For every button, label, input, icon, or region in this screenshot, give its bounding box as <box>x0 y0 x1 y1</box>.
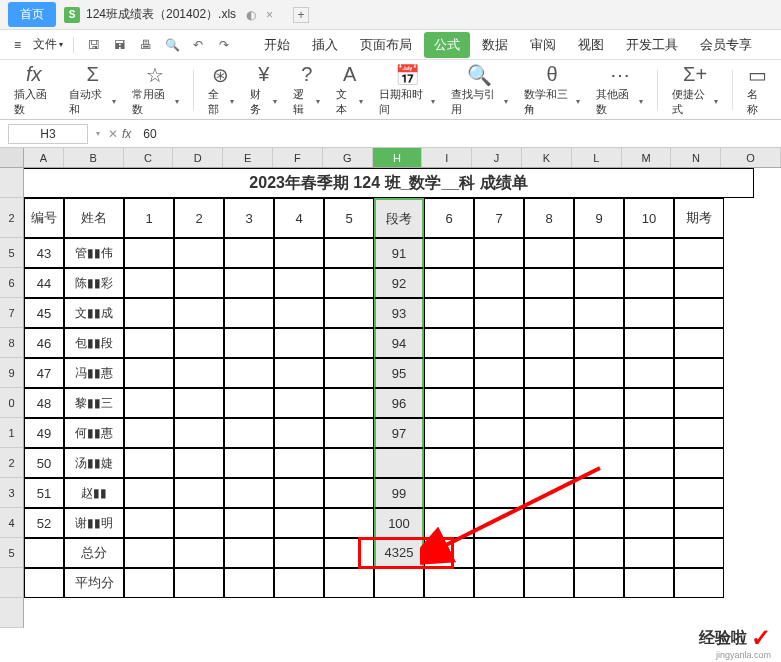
cell[interactable] <box>524 448 574 478</box>
all-functions-button[interactable]: ⊛ 全部 <box>202 61 241 119</box>
total-label-cell[interactable]: 总分 <box>64 538 124 568</box>
cell[interactable] <box>674 268 724 298</box>
header-cell[interactable]: 编号 <box>24 198 64 238</box>
tab-dev[interactable]: 开发工具 <box>616 32 688 58</box>
redo-icon[interactable]: ↷ <box>214 35 234 55</box>
header-cell[interactable]: 6 <box>424 198 474 238</box>
select-all-corner[interactable] <box>0 148 24 167</box>
cell[interactable] <box>624 478 674 508</box>
cell[interactable] <box>274 238 324 268</box>
cell[interactable] <box>374 568 424 598</box>
cell[interactable] <box>674 508 724 538</box>
insert-function-button[interactable]: fx 插入函数 <box>8 61 59 119</box>
cell[interactable] <box>224 508 274 538</box>
cell[interactable] <box>574 268 624 298</box>
cell[interactable] <box>574 568 624 598</box>
header-cell[interactable]: 4 <box>274 198 324 238</box>
cell[interactable] <box>524 568 574 598</box>
col-head-a[interactable]: A <box>24 148 64 167</box>
cell[interactable] <box>474 418 524 448</box>
cell[interactable] <box>274 388 324 418</box>
header-cell[interactable]: 姓名 <box>64 198 124 238</box>
cell[interactable] <box>274 418 324 448</box>
col-head-i[interactable]: I <box>422 148 472 167</box>
cell[interactable] <box>624 508 674 538</box>
tab-data[interactable]: 数据 <box>472 32 518 58</box>
cell[interactable] <box>424 328 474 358</box>
cell[interactable] <box>324 508 374 538</box>
lookup-button[interactable]: 🔍 查找与引用 <box>445 61 513 119</box>
tab-insert[interactable]: 插入 <box>302 32 348 58</box>
cell-num[interactable]: 44 <box>24 268 64 298</box>
cell[interactable] <box>274 508 324 538</box>
cell[interactable] <box>424 568 474 598</box>
cell[interactable] <box>624 568 674 598</box>
cell-name[interactable]: 陈▮▮彩 <box>64 268 124 298</box>
row-head[interactable] <box>0 598 24 628</box>
tab-view[interactable]: 视图 <box>568 32 614 58</box>
row-head[interactable]: 5 <box>0 538 24 568</box>
cell[interactable] <box>324 268 374 298</box>
cell-name[interactable]: 冯▮▮惠 <box>64 358 124 388</box>
col-head-g[interactable]: G <box>323 148 373 167</box>
cell[interactable] <box>324 448 374 478</box>
cell[interactable] <box>524 238 574 268</box>
cell[interactable] <box>124 478 174 508</box>
cell[interactable] <box>274 448 324 478</box>
sheet-title[interactable]: 2023年春季期 124 班_数学__科 成绩单 <box>24 168 754 198</box>
cell-score[interactable]: 92 <box>374 268 424 298</box>
cell[interactable] <box>124 238 174 268</box>
cell[interactable] <box>624 328 674 358</box>
grid[interactable]: 2023年春季期 124 班_数学__科 成绩单 编号 姓名 1 2 3 4 5… <box>24 168 754 628</box>
cell-name[interactable]: 何▮▮惠 <box>64 418 124 448</box>
cell-score[interactable]: 99 <box>374 478 424 508</box>
col-head-b[interactable]: B <box>64 148 124 167</box>
logical-button[interactable]: ? 逻辑 <box>287 61 326 119</box>
cell[interactable] <box>574 358 624 388</box>
cancel-icon[interactable]: ✕ <box>108 127 118 141</box>
cell[interactable] <box>174 298 224 328</box>
cell-num[interactable]: 45 <box>24 298 64 328</box>
cell[interactable] <box>424 538 474 568</box>
home-tab[interactable]: 首页 <box>8 2 56 27</box>
col-head-o[interactable]: O <box>721 148 781 167</box>
header-cell[interactable]: 期考 <box>674 198 724 238</box>
cell[interactable] <box>424 418 474 448</box>
cell[interactable] <box>474 238 524 268</box>
cell-score[interactable]: 100 <box>374 508 424 538</box>
cell[interactable] <box>674 568 724 598</box>
cell[interactable] <box>124 508 174 538</box>
save-icon[interactable]: 🖫 <box>84 35 104 55</box>
cell-name[interactable]: 黎▮▮三 <box>64 388 124 418</box>
cell[interactable] <box>224 238 274 268</box>
cell[interactable] <box>624 238 674 268</box>
cell[interactable] <box>524 418 574 448</box>
col-head-k[interactable]: K <box>522 148 572 167</box>
cell[interactable] <box>124 538 174 568</box>
cell[interactable] <box>174 508 224 538</box>
cell[interactable] <box>574 418 624 448</box>
cell[interactable] <box>174 448 224 478</box>
cell[interactable] <box>524 328 574 358</box>
header-cell-selected[interactable]: 段考 <box>374 198 424 238</box>
cell[interactable] <box>324 238 374 268</box>
header-cell[interactable]: 5 <box>324 198 374 238</box>
cell[interactable] <box>324 568 374 598</box>
cell[interactable] <box>624 268 674 298</box>
cell-name[interactable]: 包▮▮段 <box>64 328 124 358</box>
financial-button[interactable]: ¥ 财务 <box>244 61 283 119</box>
row-head[interactable]: 6 <box>0 268 24 298</box>
cell[interactable] <box>124 568 174 598</box>
cell-num[interactable]: 46 <box>24 328 64 358</box>
fx-label-icon[interactable]: fx <box>122 127 131 141</box>
cell[interactable] <box>474 358 524 388</box>
cell[interactable] <box>274 298 324 328</box>
cell[interactable] <box>124 358 174 388</box>
cell[interactable] <box>224 448 274 478</box>
cell[interactable] <box>474 298 524 328</box>
avg-label-cell[interactable]: 平均分 <box>64 568 124 598</box>
cell[interactable] <box>274 328 324 358</box>
cell[interactable] <box>124 448 174 478</box>
cell[interactable] <box>474 538 524 568</box>
cell[interactable] <box>324 418 374 448</box>
